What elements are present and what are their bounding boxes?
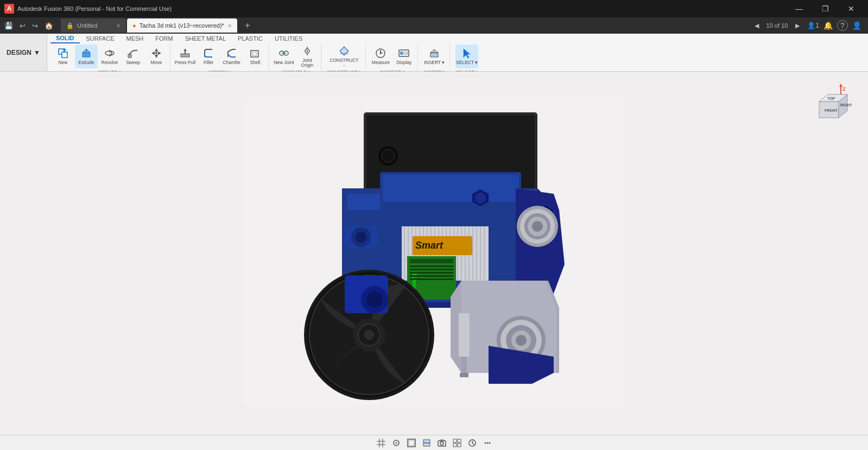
svg-marker-11 (155, 55, 158, 58)
svg-marker-12 (151, 52, 155, 55)
create-group: New Extrude (49, 43, 170, 76)
app-logo: A (4, 4, 14, 14)
svg-rect-92 (410, 259, 453, 263)
svg-line-145 (472, 443, 474, 445)
joint-origin-button[interactable]: Joint Origin (296, 45, 319, 68)
ribbon-tabs: SOLID SURFACE MESH FORM SHEET METAL PLAS… (47, 34, 868, 71)
select-group: SELECT ▾ SELECT ▾ (451, 43, 483, 76)
svg-rect-1 (62, 52, 67, 58)
svg-rect-94 (410, 269, 453, 270)
tab-form[interactable]: FORM (150, 34, 178, 43)
redo-button[interactable]: ↪ (30, 21, 40, 31)
chamfer-button[interactable]: Chamfer (220, 45, 243, 68)
model-viewport[interactable]: Smart BLtouch (0, 72, 868, 435)
shell-button[interactable]: Shell (244, 45, 267, 68)
svg-rect-116 (347, 194, 380, 210)
svg-rect-97 (410, 278, 453, 280)
modify-group: Press Pull Fillet (172, 43, 269, 76)
svg-text:RIGHT: RIGHT (840, 103, 852, 107)
help-icon[interactable]: ? (837, 20, 848, 31)
svg-rect-140 (458, 439, 461, 442)
ribbon-tools: New Extrude (47, 43, 868, 76)
tab-label: Untitled (77, 22, 97, 29)
svg-point-14 (155, 52, 157, 54)
svg-rect-114 (460, 373, 468, 377)
undo-button[interactable]: ↩ (17, 21, 28, 31)
notifications-icon[interactable]: 🔔 (823, 21, 833, 30)
svg-rect-9 (128, 54, 131, 58)
tab-mesh[interactable]: MESH (121, 34, 149, 43)
svg-point-48 (382, 149, 395, 162)
svg-point-137 (440, 442, 443, 445)
minimize-button[interactable]: — (787, 0, 812, 17)
section-icon[interactable] (421, 437, 433, 449)
home-button[interactable]: 🏠 (42, 21, 55, 31)
maximize-button[interactable]: ❐ (813, 0, 838, 17)
title-bar: A Autodesk Fusion 360 (Personal - Not fo… (0, 0, 868, 17)
save-button[interactable]: 💾 (2, 21, 15, 31)
insert-mesh-button[interactable]: INSERT ▾ (423, 45, 446, 68)
svg-rect-15 (181, 54, 189, 57)
svg-text:FRONT: FRONT (825, 109, 838, 112)
tab-plastic[interactable]: PLASTIC (232, 34, 268, 43)
sweep-button[interactable]: Sweep (122, 45, 144, 68)
svg-point-131 (395, 442, 397, 443)
tab-close-button[interactable]: ✕ (116, 23, 121, 29)
tab-surface[interactable]: SURFACE (81, 34, 120, 43)
add-tab-button[interactable]: + (240, 18, 255, 33)
grid-icon[interactable] (375, 437, 387, 449)
select-tool-button[interactable]: SELECT ▾ (455, 45, 478, 68)
svg-text:Z: Z (842, 86, 846, 92)
svg-point-106 (366, 291, 383, 308)
design-dropdown[interactable]: DESIGN ▼ (0, 34, 47, 71)
close-button[interactable]: ✕ (839, 0, 864, 17)
nav-back-button[interactable]: ◀ (751, 21, 762, 30)
profile-icon[interactable]: 👤 (852, 21, 861, 30)
tab-solid[interactable]: SOLID (50, 34, 80, 43)
inspect-group: Measure Display (367, 43, 418, 76)
svg-rect-39 (430, 53, 438, 57)
new-component-button[interactable]: New (52, 45, 74, 68)
display-settings-button[interactable]: Display (392, 45, 415, 68)
tab-sheet-metal[interactable]: SHEET METAL (180, 34, 231, 43)
fillet-button[interactable]: Fillet (197, 45, 220, 68)
tab-utilities[interactable]: UTILITIES (269, 34, 308, 43)
svg-rect-52 (383, 175, 518, 202)
grid2-icon[interactable] (451, 437, 463, 449)
svg-rect-95 (410, 272, 453, 274)
tab-bar: 💾 ↩ ↪ 🏠 🔒 Untitled ✕ ● Tacha 3d mk1 (v13… (0, 17, 868, 34)
snap-icon[interactable] (390, 437, 402, 449)
svg-rect-18 (252, 52, 257, 55)
extrude-button[interactable]: Extrude (75, 45, 98, 68)
svg-rect-38 (407, 52, 408, 55)
measure-button[interactable]: Measure (369, 45, 392, 68)
svg-marker-43 (464, 49, 470, 58)
tab-tacha[interactable]: ● Tacha 3d mk1 (v13~recovered)* ✕ (127, 18, 237, 33)
nav-forward-button[interactable]: ▶ (792, 21, 803, 30)
svg-point-103 (365, 331, 373, 339)
tab-right-controls: ◀ 10 of 10 ▶ 👤1 🔔 ? 👤 (751, 20, 866, 31)
view-cube[interactable]: Z FRONT TOP RIGHT (808, 83, 852, 126)
move-tool-button[interactable]: Move (145, 45, 168, 68)
tab-model-icon: ● (132, 22, 136, 29)
revolve-button[interactable]: Revolve (98, 45, 121, 68)
title-bar-left: A Autodesk Fusion 360 (Personal - Not fo… (4, 4, 172, 14)
ribbon-tab-labels: SOLID SURFACE MESH FORM SHEET METAL PLAS… (47, 34, 868, 43)
status-bar (0, 435, 868, 450)
tab-untitled[interactable]: 🔒 Untitled ✕ (61, 18, 126, 33)
history-icon[interactable] (466, 437, 478, 449)
svg-rect-36 (400, 52, 403, 55)
press-pull-button[interactable]: Press Pull (174, 45, 197, 68)
offset-plane-button[interactable]: CONSTRUCT - (333, 45, 356, 68)
user-count-icon[interactable]: 👤1 (807, 22, 819, 29)
svg-marker-16 (183, 49, 187, 51)
new-joint-button[interactable]: New Joint (273, 45, 295, 68)
tab-close-button2[interactable]: ✕ (227, 23, 232, 29)
nav-count: 10 of 10 (766, 22, 788, 29)
ribbon: DESIGN ▼ SOLID SURFACE MESH FORM SHEET M… (0, 34, 868, 72)
svg-point-146 (484, 442, 486, 443)
display-mode-icon[interactable] (406, 437, 417, 449)
more-icon[interactable] (481, 437, 493, 449)
camera-icon[interactable] (436, 437, 448, 449)
main-area: Smart BLtouch (0, 72, 868, 450)
